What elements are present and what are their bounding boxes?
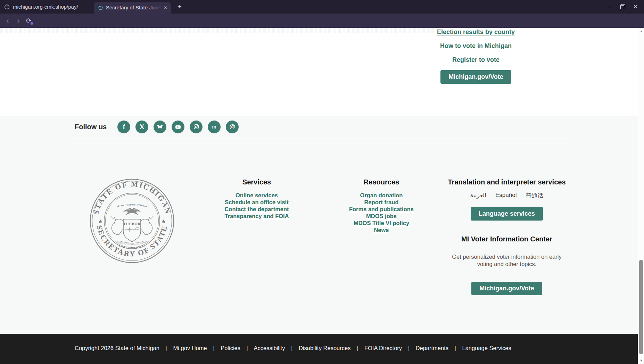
separator: | <box>247 345 248 351</box>
seal-star-left: ★ <box>98 218 103 224</box>
tab-active-title: Secretary of State Jocelyn <box>106 4 162 11</box>
instagram-icon[interactable] <box>190 121 203 133</box>
facebook-icon[interactable]: f <box>117 121 130 133</box>
scroll-up-arrow[interactable]: ▲ <box>638 30 644 33</box>
window-restore-button[interactable] <box>621 5 625 9</box>
link-forms-publications[interactable]: Forms and publications <box>343 206 420 213</box>
threads-icon[interactable]: @ <box>226 121 239 133</box>
separator: | <box>213 345 214 351</box>
voter-center-description: Get personalized voter information on ea… <box>449 253 564 268</box>
vote-links-box: Election results by county How to vote i… <box>403 28 549 84</box>
link-report-fraud[interactable]: Report fraud <box>343 199 420 206</box>
link-disability-resources[interactable]: Disability Resources <box>299 345 350 351</box>
separator: | <box>291 345 292 351</box>
new-tab-button[interactable]: + <box>175 2 184 11</box>
tab-inactive-title: michigan.org-cmk.shop/pay/ <box>13 4 78 10</box>
window-minimize-button[interactable]: – <box>609 3 612 10</box>
horizontal-divider <box>69 138 570 138</box>
back-button[interactable]: ‹ <box>3 14 12 28</box>
bluesky-icon[interactable] <box>154 121 166 133</box>
svg-text:E PLURIBUS UNUM: E PLURIBUS UNUM <box>118 203 146 208</box>
link-policies[interactable]: Policies <box>221 345 240 351</box>
tab-inactive[interactable]: michigan.org-cmk.shop/pay/ <box>4 0 78 14</box>
link-election-results[interactable]: Election results by county <box>403 28 549 36</box>
reload-button[interactable]: ⟳ <box>24 14 33 28</box>
link-how-to-vote[interactable]: How to vote in Michigan <box>403 42 549 50</box>
link-online-services[interactable]: Online services <box>218 192 295 199</box>
follow-us-label: Follow us <box>75 123 107 131</box>
link-spanish[interactable]: Español <box>495 192 517 200</box>
language-links: العربية Español 普通话 <box>448 192 566 200</box>
link-mdos-title-vi[interactable]: MDOS Title VI policy <box>343 220 420 226</box>
browser-window: michigan.org-cmk.shop/pay/ Secretary of … <box>0 0 644 364</box>
link-register-to-vote[interactable]: Register to vote <box>403 56 549 64</box>
globe-icon <box>4 4 10 10</box>
translation-voter-column: Translation and interpreter services الع… <box>448 178 566 295</box>
resources-column: Resources Organ donation Report fraud Fo… <box>343 178 420 233</box>
seal-shield-motto: TUEBOR <box>123 222 141 226</box>
michigan-favicon <box>98 5 103 10</box>
forward-button[interactable]: › <box>14 14 23 28</box>
link-mandarin[interactable]: 普通话 <box>526 192 543 200</box>
link-organ-donation[interactable]: Organ donation <box>343 192 420 199</box>
translation-title: Translation and interpreter services <box>448 178 566 186</box>
scrollbar[interactable]: ▲ ▼ <box>638 28 644 364</box>
seal-eagle <box>123 208 141 215</box>
language-services-button[interactable]: Language services <box>471 207 543 221</box>
separator: | <box>166 345 167 351</box>
link-contact-department[interactable]: Contact the department <box>218 206 295 213</box>
navigation-bar: ‹ › ⟳ michigan.gov /sos 1 <box>0 14 644 28</box>
copyright-text: Copyright 2026 State of Michigan <box>75 345 159 351</box>
tab-active[interactable]: Secretary of State Jocelyn ✕ <box>94 2 171 14</box>
separator: | <box>357 345 358 351</box>
link-schedule-office-visit[interactable]: Schedule an office visit <box>218 199 295 206</box>
tab-strip: michigan.org-cmk.shop/pay/ Secretary of … <box>0 0 644 14</box>
separator: | <box>408 345 410 351</box>
scrollbar-thumb[interactable] <box>639 260 643 354</box>
seal-star-right: ★ <box>161 218 166 224</box>
link-migov-home[interactable]: Mi.gov Home <box>173 345 207 351</box>
reload-badge-dot <box>31 22 33 25</box>
tab-close-icon[interactable]: ✕ <box>164 5 167 10</box>
webpage-viewport: Election results by county How to vote i… <box>0 28 638 364</box>
services-title: Services <box>218 178 295 186</box>
seal-banner-text: E PLURIBUS UNUM <box>118 203 146 208</box>
linkedin-icon[interactable]: in <box>208 121 221 133</box>
x-twitter-icon[interactable] <box>135 121 148 133</box>
link-mdos-jobs[interactable]: MDOS jobs <box>343 213 420 220</box>
michigan-sos-seal: STATE OF MICHIGAN SECRETARY OF STATE ★ ★… <box>89 177 175 264</box>
link-transparency-foia[interactable]: Transparency and FOIA <box>218 213 295 220</box>
cutoff-content-strip <box>0 28 436 33</box>
follow-us-row: Follow us f <box>75 120 244 133</box>
scroll-down-arrow[interactable]: ▼ <box>638 359 644 362</box>
michigan-gov-vote-button[interactable]: Michigan.gov/Vote <box>440 70 511 84</box>
voter-michigan-gov-vote-button[interactable]: Michigan.gov/Vote <box>471 282 542 295</box>
link-arabic[interactable]: العربية <box>470 192 486 200</box>
link-accessibility[interactable]: Accessibility <box>254 345 285 351</box>
legal-footer-bar: Copyright 2026 State of Michigan | Mi.go… <box>0 334 638 364</box>
separator: | <box>455 345 456 351</box>
link-news[interactable]: News <box>343 226 420 233</box>
footer-band: Follow us f <box>0 116 638 334</box>
window-close-button[interactable]: ✕ <box>633 3 638 10</box>
link-departments[interactable]: Departments <box>416 345 448 351</box>
voter-center-title: MI Voter Information Center <box>448 235 566 243</box>
link-foia-directory[interactable]: FOIA Directory <box>364 345 402 351</box>
services-column: Services Online services Schedule an off… <box>218 178 295 220</box>
youtube-icon[interactable] <box>172 121 184 133</box>
link-language-services[interactable]: Language Services <box>462 345 511 351</box>
resources-title: Resources <box>343 178 420 186</box>
